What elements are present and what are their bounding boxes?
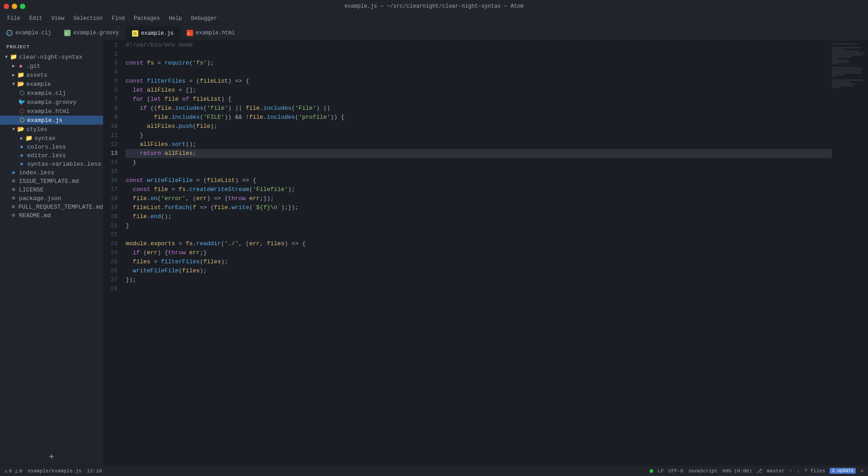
sidebar-item-license[interactable]: ≡ LICENSE	[0, 186, 103, 194]
menubar-item-help[interactable]: Help	[165, 14, 186, 23]
minimap-content	[832, 40, 868, 90]
down-arrow-icon: ↓	[797, 468, 800, 474]
menubar-item-debugger[interactable]: Debugger	[187, 14, 221, 23]
sidebar-item-assets[interactable]: ▶ 📁 assets	[0, 70, 103, 79]
folder-open-icon: 📂	[17, 126, 24, 133]
chevron-down-icon: ▼	[10, 82, 17, 87]
branch-label[interactable]: master	[767, 468, 785, 474]
sidebar-item-label: .git	[26, 63, 103, 70]
sidebar-item-syntax-variables-less[interactable]: ● syntax-variables.less	[0, 160, 103, 168]
sidebar-item-issue-template[interactable]: ≡ ISSUE_TEMPLATE.md	[0, 177, 103, 186]
status-online-dot	[650, 469, 653, 473]
code-line-15	[126, 167, 832, 176]
tab-label-groovy: example.groovy	[73, 30, 119, 36]
less-file-icon: ●	[10, 169, 17, 176]
line-number: 5	[103, 77, 118, 86]
line-number-current: 13	[103, 149, 118, 158]
line-number: 23	[103, 239, 118, 248]
svg-text:(): ()	[8, 32, 11, 35]
sidebar-item-root[interactable]: ▼ 📁 clear-night-syntax	[0, 52, 103, 61]
menubar-item-find[interactable]: Find	[108, 14, 128, 23]
sidebar-item-label: colors.less	[27, 144, 103, 150]
sidebar-item-label: example.html	[27, 108, 103, 115]
tab-example-html[interactable]: H5 example.html	[180, 26, 241, 40]
sidebar-item-label: assets	[26, 72, 103, 79]
menubar-item-file[interactable]: File	[4, 14, 24, 23]
sidebar-item-label: index.less	[19, 169, 103, 176]
sidebar-item-styles[interactable]: ▼ 📂 styles	[0, 125, 103, 134]
svg-text:JS: JS	[133, 32, 137, 36]
sidebar-item-example-js[interactable]: ⬡ example.js	[0, 116, 103, 125]
add-file-button[interactable]: +	[49, 452, 54, 462]
line-number: 8	[103, 104, 118, 113]
tab-example-groovy[interactable]: g example.groovy	[58, 26, 126, 40]
chevron-down-icon: ▼	[3, 55, 10, 60]
line-number: 10	[103, 122, 118, 131]
line-number: 20	[103, 212, 118, 221]
maximize-button[interactable]	[20, 4, 25, 9]
sidebar-item-readme[interactable]: ≡ README.md	[0, 211, 103, 220]
code-line-6: let allFiles = [];	[126, 86, 832, 95]
tab-bar: () example.clj g example.groovy JS examp…	[0, 24, 868, 40]
error-count: 0	[9, 468, 12, 474]
update-badge[interactable]: 1 update	[830, 468, 856, 474]
code-line-13: return allFiles;	[126, 149, 832, 158]
statusbar: ⚠ 0 △ 0 example/example.js 13:19 LF UTF-…	[0, 465, 868, 476]
branch-icon: ⎇	[756, 468, 762, 474]
sidebar-item-pull-request-template[interactable]: ≡ PULL_REQUEST_TEMPLATE.md	[0, 203, 103, 211]
code-line-9: file.includes('FILE')) && !file.includes…	[126, 113, 832, 122]
sidebar-item-example-html[interactable]: ⬡ example.html	[0, 107, 103, 116]
line-number: 16	[103, 176, 118, 185]
code-line-18: file.on('error', (err) => {throw err;});	[126, 194, 832, 203]
line-number: 18	[103, 194, 118, 203]
html-file-icon: ⬡	[18, 107, 25, 115]
dot-icon: ◆	[17, 62, 24, 70]
tab-example-js[interactable]: JS example.js	[126, 26, 180, 40]
encoding-label[interactable]: UTF-8	[668, 468, 683, 474]
close-icon[interactable]: ✕	[860, 468, 863, 474]
zoom-label: 99% (0:00)	[722, 468, 752, 474]
groovy-file-icon: 🐦	[18, 98, 25, 106]
sidebar-item-example-clj[interactable]: ⬡ example.clj	[0, 89, 103, 98]
menubar-item-packages[interactable]: Packages	[130, 14, 164, 23]
window-controls[interactable]	[4, 4, 25, 9]
sidebar-item-editor-less[interactable]: ● editor.less	[0, 151, 103, 160]
language-label[interactable]: JavaScript	[688, 468, 717, 474]
code-line-12: allFiles.sort();	[126, 140, 832, 149]
code-line-5: const filterFiles = (fileList) => {	[126, 77, 832, 86]
folder-open-icon: 📂	[17, 80, 24, 88]
chevron-right-icon: ▶	[10, 63, 17, 69]
sidebar-item-index-less[interactable]: ● index.less	[0, 168, 103, 177]
line-number: 6	[103, 86, 118, 95]
menubar-item-selection[interactable]: Selection	[70, 14, 106, 23]
sidebar-item-git[interactable]: ▶ ◆ .git	[0, 61, 103, 70]
sidebar-item-package-json[interactable]: ≡ package.json	[0, 194, 103, 203]
line-number: 28	[103, 285, 118, 294]
svg-text:g: g	[65, 32, 67, 35]
svg-text:H5: H5	[187, 32, 190, 35]
eol-label[interactable]: LF	[658, 468, 664, 474]
tab-example-clj[interactable]: () example.clj	[0, 26, 58, 40]
code-line-17: const file = fs.createWriteStream('Filef…	[126, 185, 832, 194]
line-number: 19	[103, 203, 118, 212]
menubar-item-view[interactable]: View	[48, 14, 68, 23]
up-arrow-icon: ↑	[789, 468, 793, 474]
sidebar-item-label: styles	[26, 126, 103, 133]
menubar: FileEditViewSelectionFindPackagesHelpDeb…	[0, 13, 868, 24]
line-number: 7	[103, 95, 118, 104]
sidebar-item-colors-less[interactable]: ● colors.less	[0, 143, 103, 151]
code-editor[interactable]: #!/usr/bin/env node const fs = require('…	[122, 40, 832, 465]
menubar-item-edit[interactable]: Edit	[26, 14, 46, 23]
sidebar-item-syntax[interactable]: ▶ 📁 syntax	[0, 134, 103, 143]
sidebar-item-example[interactable]: ▼ 📂 example	[0, 79, 103, 89]
line-number: 3	[103, 59, 118, 68]
line-number: 11	[103, 131, 118, 140]
code-line-25: files = filterFiles(files);	[126, 257, 832, 266]
code-line-16: const writeFileFile = (fileList) => {	[126, 176, 832, 185]
sidebar-item-example-groovy[interactable]: 🐦 example.groovy	[0, 98, 103, 107]
less-file-icon: ●	[18, 152, 25, 159]
code-line-4	[126, 68, 832, 77]
minimize-button[interactable]	[12, 4, 17, 9]
time-label: 13:19	[87, 468, 102, 474]
close-button[interactable]	[4, 4, 9, 9]
